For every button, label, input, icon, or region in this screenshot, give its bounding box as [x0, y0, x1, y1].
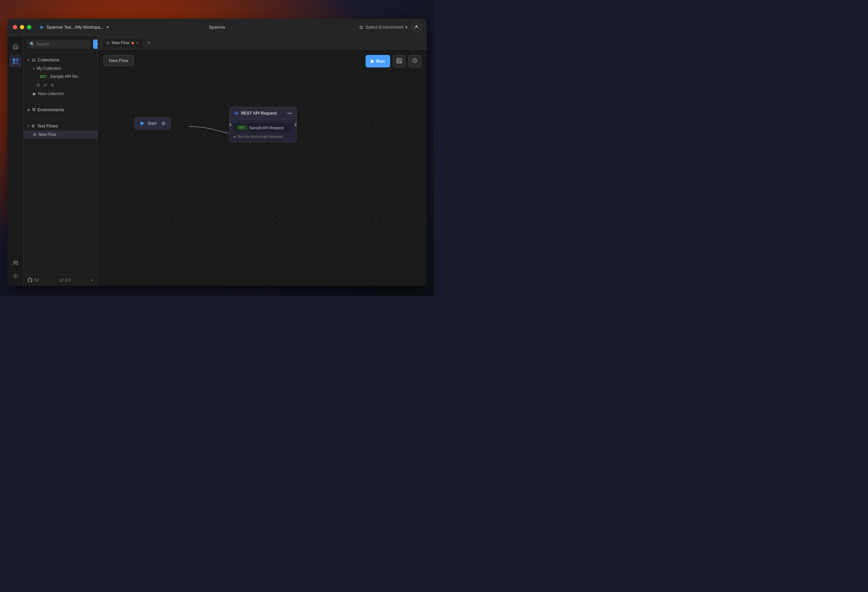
layers-icon: ⧉ [359, 24, 363, 30]
rest-api-node[interactable]: REST API Request ••• GET Sample API Requ… [229, 107, 297, 142]
sidebar-search-bar: 🔍 + [24, 36, 97, 53]
rest-api-node-title: REST API Request [241, 111, 285, 116]
api-status-text: Run the block to get response [238, 135, 283, 139]
sidebar-item-collections[interactable] [9, 55, 22, 67]
new-tab-button[interactable]: + [145, 38, 153, 47]
sidebar-item-new-flow[interactable]: ⚙ New Flow [24, 130, 97, 139]
sparrow-icon: ➤ [40, 24, 44, 30]
close-button[interactable] [13, 25, 17, 30]
search-input-wrap: 🔍 [27, 40, 90, 49]
tab-bar: ⚙ New Flow ✕ + [98, 36, 427, 50]
flow-icon: ⚙ [33, 133, 37, 137]
history-icon [412, 58, 418, 63]
minimize-button[interactable] [20, 25, 24, 30]
sidebar-item-action-icons: ⊞ ⇄ ⊗ [24, 81, 97, 90]
sidebar: 🔍 + ▾ 🗂 Collections ▾ My C [24, 36, 98, 286]
new-collection-label: New collection [38, 92, 64, 96]
chevron-right-icon: ▶ [33, 92, 36, 96]
chevron-down-icon: ▾ [106, 25, 109, 30]
user-avatar[interactable] [412, 22, 421, 32]
my-collection-label: My Collection [37, 66, 61, 71]
canvas-area[interactable]: New Flow Run [98, 50, 427, 286]
link-icon[interactable]: ⊗ [50, 82, 55, 88]
api-request-label: Sample API Request [249, 126, 284, 130]
title-bar: ➤ Sparrow Tea.../My Workspa... ▾ Sparrow… [7, 19, 427, 36]
save-button[interactable] [393, 55, 406, 68]
connector-line-svg [98, 50, 427, 286]
version-label: v2.9.0 [59, 278, 71, 282]
app-window: ➤ Sparrow Tea.../My Workspa... ▾ Sparrow… [7, 19, 427, 286]
sidebar-content: ▾ 🗂 Collections ▾ My Collection GET Samp… [24, 53, 97, 274]
environment-selector[interactable]: ⧉ Select Environment ▾ [359, 24, 408, 30]
environments-label: Environments [37, 107, 64, 112]
icon-bar [7, 36, 24, 286]
run-button[interactable]: Run [366, 55, 390, 68]
tab-label: New Flow [112, 40, 130, 45]
sidebar-footer: 53 v2.9.0 « [24, 274, 97, 286]
new-flow-label: New Flow [38, 132, 56, 137]
canvas-toolbar-right: Run [366, 55, 421, 68]
api-request-row: GET Sample API Request [234, 123, 292, 132]
start-node-label: Start [148, 121, 156, 126]
svg-rect-10 [397, 61, 401, 63]
svg-point-7 [15, 275, 16, 277]
test-flows-icon: ⚙ [31, 124, 35, 128]
workspace-name: Sparrow Tea.../My Workspa... [47, 25, 104, 30]
add-button[interactable]: + [93, 40, 98, 49]
sidebar-item-sample-api[interactable]: GET Sample API Re... [24, 72, 97, 81]
icon-bar-bottom [9, 257, 22, 282]
environments-chevron-icon: ▶ [28, 108, 30, 112]
tab-new-flow[interactable]: ⚙ New Flow ✕ [102, 38, 143, 47]
sidebar-divider-1 [24, 100, 97, 101]
search-input[interactable] [27, 40, 90, 49]
main-content: ⚙ New Flow ✕ + New Flow [98, 36, 427, 286]
collections-section: ▾ 🗂 Collections ▾ My Collection GET Samp… [24, 55, 97, 98]
branch-icon[interactable]: ⇄ [43, 82, 48, 88]
rest-api-menu-button[interactable]: ••• [287, 111, 292, 116]
main-layout: 🔍 + ▾ 🗂 Collections ▾ My C [7, 36, 427, 286]
sidebar-item-team[interactable] [9, 257, 22, 269]
history-button[interactable] [408, 55, 421, 68]
import-icon[interactable]: ⊞ [36, 82, 41, 88]
svg-rect-4 [16, 62, 18, 64]
environments-header[interactable]: ▶ ⧉ Environments [24, 105, 97, 114]
test-flows-section: ▾ ⚙ Test Flows ⚙ New Flow [24, 121, 97, 139]
sidebar-item-my-collection[interactable]: ▾ My Collection [24, 64, 97, 72]
tab-unsaved-indicator [131, 42, 134, 44]
test-flows-label: Test Flows [37, 123, 58, 128]
start-node[interactable]: Start [134, 117, 171, 130]
github-count: 53 [34, 278, 39, 282]
save-icon [397, 58, 402, 63]
collections-chevron-icon: ▾ [28, 58, 30, 62]
new-collection-item[interactable]: ▶ New collection [24, 90, 97, 98]
rest-api-node-output-connector [295, 123, 297, 126]
maximize-button[interactable] [27, 25, 31, 30]
svg-rect-3 [13, 62, 15, 64]
api-status-row: Run the block to get response [234, 135, 292, 139]
tab-close-button[interactable]: ✕ [136, 41, 139, 45]
settings-button[interactable] [11, 272, 20, 282]
environments-icon: ⧉ [32, 107, 35, 112]
svg-point-6 [16, 261, 18, 263]
sidebar-item-home[interactable] [9, 40, 22, 52]
rest-api-node-header: REST API Request ••• [230, 107, 297, 120]
test-flows-header[interactable]: ▾ ⚙ Test Flows [24, 121, 97, 130]
svg-rect-1 [13, 59, 15, 61]
env-selector-label: Select Environment [365, 25, 403, 30]
search-icon: 🔍 [30, 42, 35, 47]
github-icon [28, 278, 32, 282]
status-dot [234, 136, 236, 138]
canvas-toolbar-left: New Flow [103, 55, 134, 66]
collections-label: Collections [38, 57, 59, 62]
sample-api-label: Sample API Re... [50, 74, 81, 79]
traffic-lights [13, 25, 31, 30]
svg-point-5 [13, 261, 16, 263]
play-icon [371, 59, 374, 63]
start-node-output-connector [162, 122, 165, 125]
collections-header[interactable]: ▾ 🗂 Collections [24, 55, 97, 64]
svg-rect-2 [16, 59, 18, 61]
workspace-selector[interactable]: ➤ Sparrow Tea.../My Workspa... ▾ [40, 24, 109, 30]
my-collection-chevron-icon: ▾ [33, 67, 35, 71]
sidebar-footer-left: 53 [28, 278, 39, 282]
collapse-sidebar-button[interactable]: « [91, 278, 93, 282]
